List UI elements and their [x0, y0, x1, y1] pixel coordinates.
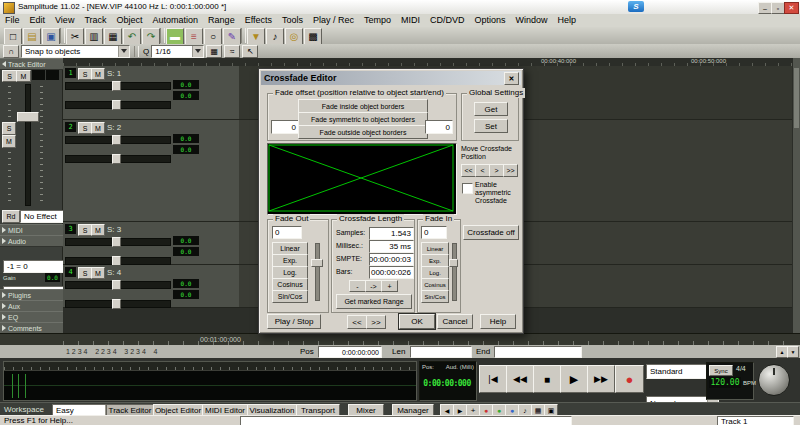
fade-out-offset-field[interactable]: 0: [271, 120, 299, 134]
fade-out-curve-slider[interactable]: [311, 242, 323, 302]
goto-start-button[interactable]: |◀: [479, 365, 507, 393]
pan-slider[interactable]: [65, 257, 171, 265]
fade-in-curve-slider[interactable]: [449, 242, 458, 302]
global-set-button[interactable]: Set: [474, 119, 508, 133]
vertical-scrollbar[interactable]: [792, 58, 800, 333]
menu-automation[interactable]: Automation: [148, 14, 204, 27]
length-apply-button[interactable]: ->: [365, 280, 382, 292]
track-name[interactable]: S: 3: [107, 225, 121, 234]
length-increase-button[interactable]: +: [381, 280, 398, 292]
cut-icon[interactable]: ✂: [66, 28, 84, 45]
redo-icon[interactable]: ↷: [142, 28, 160, 45]
save-icon[interactable]: ▣: [42, 28, 60, 45]
help-button[interactable]: Help: [480, 314, 516, 329]
move-left-fast-button[interactable]: <<: [461, 164, 476, 177]
zoom-tool-icon[interactable]: ○: [204, 28, 222, 45]
quantize-select[interactable]: 1/16: [151, 45, 204, 58]
menu-range[interactable]: Range: [203, 14, 240, 27]
volume-slider[interactable]: [65, 136, 171, 144]
bpm-display[interactable]: 120.00: [709, 377, 741, 388]
move-left-button[interactable]: <: [475, 164, 490, 177]
fade-in-sincos-button[interactable]: Sin/Cos: [421, 290, 449, 303]
slider-handle[interactable]: [112, 154, 121, 164]
get-marked-range-button[interactable]: Get marked Range: [336, 294, 412, 309]
time-display-mode-right[interactable]: Aud. (Milli): [446, 364, 474, 370]
slider-handle[interactable]: [449, 259, 458, 267]
volume-slider[interactable]: [65, 238, 171, 246]
time-signature[interactable]: 4/4: [736, 365, 746, 372]
asymmetric-checkbox[interactable]: [462, 183, 473, 194]
smpte-field[interactable]: 00:00:00:03: [369, 253, 414, 266]
samples-field[interactable]: 1.543: [369, 227, 414, 240]
bars-field[interactable]: 000:00:026: [369, 266, 414, 279]
range-mode-icon[interactable]: ≡: [185, 28, 203, 45]
track-name[interactable]: S: 2: [107, 123, 121, 132]
menu-view[interactable]: View: [50, 14, 79, 27]
new-file-icon[interactable]: □: [4, 28, 22, 45]
crossfade-toggle-icon[interactable]: ≈: [224, 45, 240, 58]
mouse-mode-icon[interactable]: ↖: [242, 45, 258, 58]
slider-handle[interactable]: [112, 280, 121, 290]
pan-slider[interactable]: [65, 300, 171, 308]
grid-toggle-icon[interactable]: ▦: [206, 45, 222, 58]
copy-icon[interactable]: ▥: [85, 28, 103, 45]
marker-icon[interactable]: ▼: [247, 28, 265, 45]
mixer-icon[interactable]: ▩: [304, 28, 322, 45]
length-decrease-button[interactable]: -: [349, 280, 366, 292]
volume-fader[interactable]: S M: [0, 82, 62, 208]
track-header[interactable]: 3 S M S: 3 0.0 0.0: [63, 222, 240, 265]
undo-icon[interactable]: ↶: [123, 28, 141, 45]
fade-out-value-field[interactable]: 0: [272, 226, 302, 239]
track-header[interactable]: 4 S M S: 4 0.0 0.0: [63, 265, 240, 308]
stop-button[interactable]: ■: [533, 365, 561, 393]
slider-handle[interactable]: [112, 299, 121, 309]
track-name[interactable]: S: 4: [107, 268, 121, 277]
track-header[interactable]: 2 S M S: 2 0.0 0.0: [63, 120, 240, 222]
solo-button[interactable]: S: [78, 224, 92, 236]
mute-button[interactable]: M: [91, 122, 105, 134]
slider-handle[interactable]: [112, 237, 121, 247]
close-button[interactable]: ✕: [784, 2, 799, 14]
menu-tempo[interactable]: Tempo: [359, 14, 396, 27]
track-name[interactable]: S: 1: [107, 69, 121, 78]
slider-handle[interactable]: [311, 259, 323, 267]
slider-handle[interactable]: [112, 81, 121, 91]
mute-button[interactable]: M: [91, 267, 105, 279]
track-header[interactable]: 1 S M S: 1 0.0 0.0: [63, 66, 240, 120]
millisec-field[interactable]: 35 ms: [369, 240, 414, 253]
menu-options[interactable]: Options: [470, 14, 511, 27]
solo-button[interactable]: S: [78, 267, 92, 279]
time-display-mode-left[interactable]: Pos:: [422, 364, 434, 370]
fade-in-offset-field[interactable]: 0: [425, 120, 453, 134]
pan-slider[interactable]: [65, 155, 171, 163]
record-button[interactable]: ●: [615, 365, 644, 393]
pos-field[interactable]: 0:00:00:000: [318, 346, 382, 358]
next-crossfade-button[interactable]: >>: [366, 315, 386, 329]
menu-cddvd[interactable]: CD/DVD: [425, 14, 470, 27]
sync-button[interactable]: Sync: [709, 365, 733, 376]
fade-outside-borders-button[interactable]: Fade outside object borders: [298, 125, 428, 139]
solo-button[interactable]: S: [78, 68, 92, 80]
menu-window[interactable]: Window: [511, 14, 553, 27]
mute-button[interactable]: M: [91, 224, 105, 236]
track-editor-header[interactable]: Track Editor: [0, 58, 66, 70]
cd-icon[interactable]: ◎: [285, 28, 303, 45]
prev-crossfade-button[interactable]: <<: [347, 315, 367, 329]
snap-mode-select[interactable]: Snap to objects: [21, 45, 130, 58]
forward-button[interactable]: ▶▶: [587, 365, 615, 393]
global-get-button[interactable]: Get: [474, 102, 508, 116]
menu-file[interactable]: File: [0, 14, 25, 27]
fade-out-sincos-button[interactable]: Sin/Cos: [272, 290, 308, 303]
menu-help[interactable]: Help: [553, 14, 582, 27]
dialog-close-button[interactable]: ✕: [504, 72, 519, 85]
cancel-button[interactable]: Cancel: [437, 314, 473, 329]
draw-tool-icon[interactable]: ✎: [223, 28, 241, 45]
slider-handle[interactable]: [112, 100, 121, 110]
menu-play-rec[interactable]: Play / Rec: [308, 14, 359, 27]
panel-mute-button[interactable]: M: [16, 70, 31, 82]
ok-button[interactable]: OK: [399, 314, 435, 329]
track-mute-button[interactable]: M: [2, 135, 16, 148]
open-file-icon[interactable]: ▤: [23, 28, 41, 45]
fade-in-value-field[interactable]: 0: [421, 226, 447, 239]
menu-effects[interactable]: Effects: [240, 14, 277, 27]
